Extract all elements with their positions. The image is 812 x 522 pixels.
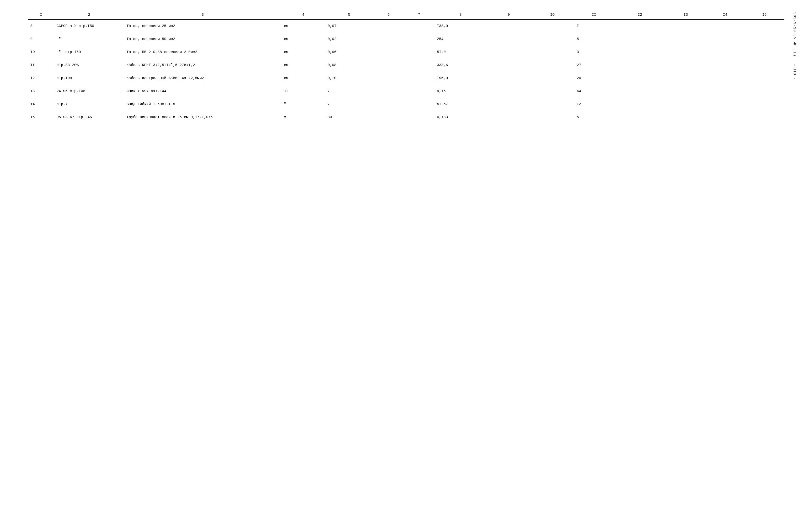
cell-row2-col10 (531, 33, 574, 46)
cell-row5-col3: Кабель контрольный АКВВГ-4х х2,5мм2 (124, 72, 281, 85)
cell-row4-col14 (706, 59, 745, 72)
cell-row3-col1: IO (28, 46, 54, 59)
cell-row7-col7 (404, 98, 434, 111)
cell-row5-col5: 0,I0 (325, 72, 373, 85)
cell-row1-col4: км (281, 20, 325, 33)
cell-row4-col10 (531, 59, 574, 72)
cell-row2-col7 (404, 33, 434, 46)
cell-row6-col6 (373, 85, 404, 98)
cell-row5-col14 (706, 72, 745, 85)
cell-row7-col9 (487, 98, 531, 111)
cell-row5-col7 (404, 72, 434, 85)
cell-row3-col9 (487, 46, 531, 59)
cell-row4-col4: км (281, 59, 325, 72)
cell-row8-col3: Труба винипласт-овая ø 25 см 0,17хI,076 (124, 111, 281, 124)
cell-row2-col14 (706, 33, 745, 46)
cell-row1-col1: 8 (28, 20, 54, 33)
cell-row8-col5: 30 (325, 111, 373, 124)
cell-row4-col7 (404, 59, 434, 72)
cell-row7-col8: 5I,67 (434, 98, 487, 111)
col-header-5: 5 (325, 10, 373, 20)
col-header-2: 2 (54, 10, 124, 20)
side-label-bottom: - II3 - (792, 64, 796, 79)
col-header-3: 3 (124, 10, 281, 20)
cell-row5-col15 (745, 72, 784, 85)
cell-row7-col3: Ввод гибкий I,50хI,II5 (124, 98, 281, 111)
cell-row6-col5: 7 (325, 85, 373, 98)
cell-row2-col12 (614, 33, 666, 46)
cell-row7-col2: стр.7 (54, 98, 124, 111)
cell-row3-col15 (745, 46, 784, 59)
col-header-14: I4 (706, 10, 745, 20)
table-row: IIстр.83 20%Кабель КРНТ-3х2,5+Iхl,5 278х… (28, 59, 784, 72)
cell-row8-col10 (531, 111, 574, 124)
cell-row2-col13 (666, 33, 706, 46)
cell-row2-col9 (487, 33, 531, 46)
cell-row3-col5: 0,06 (325, 46, 373, 59)
cell-row8-col11: 5 (574, 111, 614, 124)
col-header-8: 8 (434, 10, 487, 20)
cell-row3-col13 (666, 46, 706, 59)
cell-row3-col12 (614, 46, 666, 59)
cell-row3-col4: км (281, 46, 325, 59)
cell-row4-col3: Кабель КРНТ-3х2,5+Iхl,5 278хI,2 (124, 59, 281, 72)
cell-row1-col2: СCРСП ч.У стр.I50 (54, 20, 124, 33)
cell-row7-col15 (745, 98, 784, 111)
col-header-12: I2 (614, 10, 666, 20)
cell-row6-col8: 9,I5 (434, 85, 487, 98)
cell-row1-col12 (614, 20, 666, 33)
cell-row2-col8: 254 (434, 33, 487, 46)
cell-row1-col13 (666, 20, 706, 33)
table-row: I505-03-67 стр.246Труба винипласт-овая ø… (28, 111, 784, 124)
cell-row2-col1: 9 (28, 33, 54, 46)
cell-row1-col9 (487, 20, 531, 33)
cell-row8-col8: 0,I83 (434, 111, 487, 124)
col-header-10: IO (531, 10, 574, 20)
cell-row6-col11: 64 (574, 85, 614, 98)
cell-row1-col6 (373, 20, 404, 33)
cell-row7-col14 (706, 98, 745, 111)
cell-row7-col6 (373, 98, 404, 111)
cell-row3-col2: -"- стр.I50 (54, 46, 124, 59)
cell-row1-col5: 0,0I (325, 20, 373, 33)
cell-row8-col1: I5 (28, 111, 54, 124)
cell-row5-col2: стр.I09 (54, 72, 124, 85)
cell-row4-col8: 333,6 (434, 59, 487, 72)
cell-row3-col10 (531, 46, 574, 59)
table-header-row: I 2 3 4 5 6 7 8 9 IO II I2 I3 I4 I5 (28, 10, 784, 20)
col-header-9: 9 (487, 10, 531, 20)
cell-row5-col9 (487, 72, 531, 85)
cell-row4-col2: стр.83 20% (54, 59, 124, 72)
cell-row1-col7 (404, 20, 434, 33)
table-row: 9-"-То же, сечением 50 мм2км0,022545 (28, 33, 784, 46)
col-header-15: I5 (745, 10, 784, 20)
cell-row3-col14 (706, 46, 745, 59)
cell-row4-col6 (373, 59, 404, 72)
cell-row2-col11: 5 (574, 33, 614, 46)
cell-row4-col9 (487, 59, 531, 72)
cell-row1-col8: I38,0 (434, 20, 487, 33)
cell-row5-col8: I95,0 (434, 72, 487, 85)
cell-row6-col9 (487, 85, 531, 98)
cell-row5-col13 (666, 72, 706, 85)
col-header-7: 7 (404, 10, 434, 20)
cell-row8-col4: м (281, 111, 325, 124)
cell-row6-col1: I3 (28, 85, 54, 98)
cell-row6-col12 (614, 85, 666, 98)
cell-row1-col15 (745, 20, 784, 33)
cell-row8-col2: 05-03-67 стр.246 (54, 111, 124, 124)
cell-row7-col10 (531, 98, 574, 111)
cell-row2-col15 (745, 33, 784, 46)
cell-row6-col14 (706, 85, 745, 98)
cell-row7-col1: I4 (28, 98, 54, 111)
cell-row4-col12 (614, 59, 666, 72)
table-row: I4стр.7Ввод гибкий I,50хI,II5"75I,67I2 (28, 98, 784, 111)
col-header-4: 4 (281, 10, 325, 20)
table-row: IO-"- стр.I50То же, ПВ-2-0,38 сечением 2… (28, 46, 784, 59)
cell-row4-col11: 27 (574, 59, 614, 72)
cell-row5-col10 (531, 72, 574, 85)
cell-row6-col13 (666, 85, 706, 98)
cell-row7-col13 (666, 98, 706, 111)
cell-row5-col4: км (281, 72, 325, 85)
col-header-11: II (574, 10, 614, 20)
